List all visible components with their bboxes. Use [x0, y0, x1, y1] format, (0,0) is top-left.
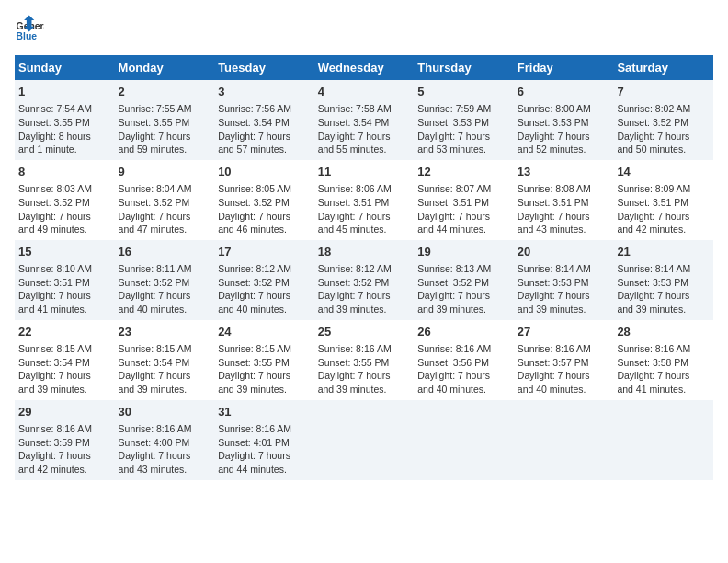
- header-cell-saturday: Saturday: [613, 55, 713, 80]
- day-cell: 16Sunrise: 8:11 AM Sunset: 3:52 PM Dayli…: [115, 240, 215, 320]
- day-number: 4: [318, 84, 411, 100]
- day-number: 16: [119, 244, 211, 260]
- week-row-1: 1Sunrise: 7:54 AM Sunset: 3:55 PM Daylig…: [15, 80, 713, 160]
- day-info: Sunrise: 8:04 AM Sunset: 3:52 PM Dayligh…: [119, 182, 211, 236]
- day-info: Sunrise: 8:16 AM Sunset: 3:57 PM Dayligh…: [518, 342, 610, 396]
- day-number: 28: [617, 324, 710, 340]
- day-info: Sunrise: 7:54 AM Sunset: 3:55 PM Dayligh…: [18, 102, 111, 156]
- day-info: Sunrise: 8:12 AM Sunset: 3:52 PM Dayligh…: [318, 262, 411, 316]
- day-info: Sunrise: 8:16 AM Sunset: 4:01 PM Dayligh…: [218, 422, 311, 477]
- day-info: Sunrise: 7:58 AM Sunset: 3:54 PM Dayligh…: [318, 102, 411, 156]
- day-cell: 5Sunrise: 7:59 AM Sunset: 3:53 PM Daylig…: [414, 80, 514, 160]
- day-number: 18: [318, 244, 411, 260]
- day-cell: 12Sunrise: 8:07 AM Sunset: 3:51 PM Dayli…: [414, 160, 514, 240]
- day-cell: 11Sunrise: 8:06 AM Sunset: 3:51 PM Dayli…: [314, 160, 415, 240]
- day-cell: [314, 400, 415, 480]
- day-number: 20: [518, 244, 610, 260]
- day-info: Sunrise: 8:00 AM Sunset: 3:53 PM Dayligh…: [518, 102, 610, 156]
- day-number: 15: [18, 244, 111, 260]
- day-info: Sunrise: 8:16 AM Sunset: 3:56 PM Dayligh…: [417, 342, 510, 396]
- day-cell: 4Sunrise: 7:58 AM Sunset: 3:54 PM Daylig…: [314, 80, 415, 160]
- day-info: Sunrise: 8:07 AM Sunset: 3:51 PM Dayligh…: [417, 182, 510, 236]
- day-info: Sunrise: 8:15 AM Sunset: 3:54 PM Dayligh…: [18, 342, 111, 396]
- day-number: 21: [617, 244, 710, 260]
- day-cell: 30Sunrise: 8:16 AM Sunset: 4:00 PM Dayli…: [115, 400, 215, 480]
- day-cell: 7Sunrise: 8:02 AM Sunset: 3:52 PM Daylig…: [613, 80, 713, 160]
- day-number: 8: [18, 164, 111, 180]
- day-number: 31: [218, 404, 311, 420]
- calendar-table: SundayMondayTuesdayWednesdayThursdayFrid…: [15, 55, 713, 480]
- week-row-2: 8Sunrise: 8:03 AM Sunset: 3:52 PM Daylig…: [15, 160, 713, 240]
- day-info: Sunrise: 7:55 AM Sunset: 3:55 PM Dayligh…: [119, 102, 211, 156]
- day-number: 17: [218, 244, 311, 260]
- week-row-3: 15Sunrise: 8:10 AM Sunset: 3:51 PM Dayli…: [15, 240, 713, 320]
- day-number: 27: [518, 324, 610, 340]
- day-cell: 8Sunrise: 8:03 AM Sunset: 3:52 PM Daylig…: [15, 160, 115, 240]
- day-number: 29: [18, 404, 111, 420]
- day-number: 14: [617, 164, 710, 180]
- day-info: Sunrise: 8:14 AM Sunset: 3:53 PM Dayligh…: [518, 262, 610, 316]
- day-info: Sunrise: 8:16 AM Sunset: 4:00 PM Dayligh…: [119, 422, 211, 477]
- day-number: 26: [417, 324, 510, 340]
- day-cell: [514, 400, 614, 480]
- day-info: Sunrise: 8:06 AM Sunset: 3:51 PM Dayligh…: [318, 182, 411, 236]
- day-cell: 17Sunrise: 8:12 AM Sunset: 3:52 PM Dayli…: [214, 240, 314, 320]
- day-info: Sunrise: 8:13 AM Sunset: 3:52 PM Dayligh…: [417, 262, 510, 316]
- header-cell-friday: Friday: [514, 55, 614, 80]
- day-number: 23: [119, 324, 211, 340]
- day-number: 30: [119, 404, 211, 420]
- logo-icon: General Blue: [15, 15, 44, 44]
- day-number: 12: [417, 164, 510, 180]
- day-cell: 2Sunrise: 7:55 AM Sunset: 3:55 PM Daylig…: [115, 80, 215, 160]
- day-info: Sunrise: 8:14 AM Sunset: 3:53 PM Dayligh…: [617, 262, 710, 316]
- day-number: 7: [617, 84, 710, 100]
- day-cell: 22Sunrise: 8:15 AM Sunset: 3:54 PM Dayli…: [15, 320, 115, 400]
- day-cell: 21Sunrise: 8:14 AM Sunset: 3:53 PM Dayli…: [613, 240, 713, 320]
- logo: General Blue: [15, 15, 48, 44]
- day-info: Sunrise: 7:59 AM Sunset: 3:53 PM Dayligh…: [417, 102, 510, 156]
- day-number: 22: [18, 324, 111, 340]
- header-cell-monday: Monday: [115, 55, 215, 80]
- day-number: 3: [218, 84, 311, 100]
- day-cell: 14Sunrise: 8:09 AM Sunset: 3:51 PM Dayli…: [613, 160, 713, 240]
- day-info: Sunrise: 8:16 AM Sunset: 3:58 PM Dayligh…: [617, 342, 710, 396]
- day-cell: 13Sunrise: 8:08 AM Sunset: 3:51 PM Dayli…: [514, 160, 614, 240]
- header-cell-wednesday: Wednesday: [314, 55, 415, 80]
- day-cell: 9Sunrise: 8:04 AM Sunset: 3:52 PM Daylig…: [115, 160, 215, 240]
- day-number: 2: [119, 84, 211, 100]
- day-info: Sunrise: 8:05 AM Sunset: 3:52 PM Dayligh…: [218, 182, 311, 236]
- day-number: 24: [218, 324, 311, 340]
- day-cell: 26Sunrise: 8:16 AM Sunset: 3:56 PM Dayli…: [414, 320, 514, 400]
- svg-text:Blue: Blue: [17, 31, 38, 41]
- day-info: Sunrise: 8:02 AM Sunset: 3:52 PM Dayligh…: [617, 102, 710, 156]
- day-cell: 25Sunrise: 8:16 AM Sunset: 3:55 PM Dayli…: [314, 320, 415, 400]
- day-cell: 20Sunrise: 8:14 AM Sunset: 3:53 PM Dayli…: [514, 240, 614, 320]
- day-cell: 15Sunrise: 8:10 AM Sunset: 3:51 PM Dayli…: [15, 240, 115, 320]
- day-number: 13: [518, 164, 610, 180]
- day-number: 19: [417, 244, 510, 260]
- day-info: Sunrise: 7:56 AM Sunset: 3:54 PM Dayligh…: [218, 102, 311, 156]
- day-number: 1: [18, 84, 111, 100]
- day-cell: 6Sunrise: 8:00 AM Sunset: 3:53 PM Daylig…: [514, 80, 614, 160]
- page-header: General Blue: [15, 15, 713, 44]
- day-info: Sunrise: 8:11 AM Sunset: 3:52 PM Dayligh…: [119, 262, 211, 316]
- day-number: 25: [318, 324, 411, 340]
- day-cell: [414, 400, 514, 480]
- day-cell: 23Sunrise: 8:15 AM Sunset: 3:54 PM Dayli…: [115, 320, 215, 400]
- day-cell: 31Sunrise: 8:16 AM Sunset: 4:01 PM Dayli…: [214, 400, 314, 480]
- header-cell-sunday: Sunday: [15, 55, 115, 80]
- header-cell-tuesday: Tuesday: [214, 55, 314, 80]
- day-info: Sunrise: 8:10 AM Sunset: 3:51 PM Dayligh…: [18, 262, 111, 316]
- day-cell: 29Sunrise: 8:16 AM Sunset: 3:59 PM Dayli…: [15, 400, 115, 480]
- day-cell: 1Sunrise: 7:54 AM Sunset: 3:55 PM Daylig…: [15, 80, 115, 160]
- day-number: 9: [119, 164, 211, 180]
- day-info: Sunrise: 8:08 AM Sunset: 3:51 PM Dayligh…: [518, 182, 610, 236]
- header-cell-thursday: Thursday: [414, 55, 514, 80]
- day-info: Sunrise: 8:15 AM Sunset: 3:54 PM Dayligh…: [119, 342, 211, 396]
- day-number: 5: [417, 84, 510, 100]
- day-info: Sunrise: 8:09 AM Sunset: 3:51 PM Dayligh…: [617, 182, 710, 236]
- day-cell: 27Sunrise: 8:16 AM Sunset: 3:57 PM Dayli…: [514, 320, 614, 400]
- day-number: 11: [318, 164, 411, 180]
- day-cell: [613, 400, 713, 480]
- day-cell: 28Sunrise: 8:16 AM Sunset: 3:58 PM Dayli…: [613, 320, 713, 400]
